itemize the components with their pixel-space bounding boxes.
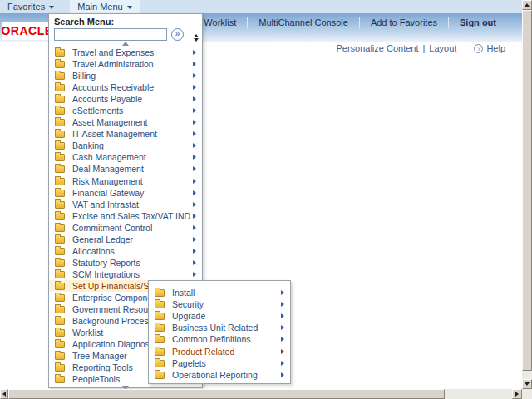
folder-icon [55, 96, 65, 103]
vertical-scrollbar-thumb[interactable] [522, 10, 532, 371]
menu-item-label: Financial Gateway [72, 188, 190, 198]
menu-item[interactable]: Statutory Reports [49, 257, 202, 268]
menu-item[interactable]: eSettlements [49, 105, 202, 116]
application-window: Favorites Main Menu Home Worklist MultiC… [0, 0, 532, 399]
folder-icon [55, 213, 65, 220]
menu-item[interactable]: Accounts Payable [49, 93, 202, 105]
submenu-arrow-icon [281, 313, 284, 318]
folder-icon [55, 72, 65, 80]
folder-icon [55, 259, 65, 267]
nav-link[interactable]: MultiChannel Console [247, 17, 359, 28]
folder-icon [155, 360, 165, 367]
search-input[interactable] [54, 28, 167, 41]
horizontal-scrollbar-thumb[interactable] [8, 389, 445, 399]
horizontal-scrollbar[interactable] [0, 389, 522, 399]
folder-icon [55, 364, 65, 372]
menu-item[interactable]: VAT and Intrastat [49, 199, 202, 210]
folder-icon [55, 107, 65, 115]
folder-icon [55, 294, 65, 302]
menu-scroll-down[interactable] [49, 385, 202, 389]
submenu-arrow-icon [193, 108, 196, 113]
main-menu-button[interactable]: Main Menu [70, 0, 139, 13]
submenu-item-label: Common Definitions [172, 334, 278, 344]
submenu-item[interactable]: Install [149, 287, 290, 298]
layout-link[interactable]: Layout [429, 43, 456, 53]
menu-item[interactable]: General Ledger [49, 234, 202, 245]
menu-item[interactable]: Asset Management [49, 116, 202, 128]
search-go-button[interactable]: » [171, 28, 184, 41]
menu-resize-handle[interactable] [194, 34, 199, 42]
chevron-down-icon [49, 6, 54, 9]
menu-item[interactable]: Risk Management [49, 175, 202, 187]
folder-icon [55, 283, 65, 290]
menu-item[interactable]: IT Asset Management [49, 128, 202, 140]
favorites-menu-button[interactable]: Favorites [0, 0, 62, 13]
folder-icon [55, 248, 65, 255]
menu-item[interactable]: Allocations [49, 245, 202, 257]
menu-item[interactable]: Commitment Control [49, 222, 202, 234]
submenu-arrow-icon [281, 302, 284, 307]
submenu-item[interactable]: Operational Reporting [149, 369, 290, 381]
menu-item[interactable]: SCM Integrations [49, 268, 202, 280]
submenu-arrow-icon [193, 190, 196, 195]
menu-item[interactable]: Excise and Sales Tax/VAT IND [49, 210, 202, 222]
menu-item-label: IT Asset Management [72, 129, 190, 139]
nav-link[interactable]: Add to Favorites [359, 17, 448, 28]
menu-item[interactable]: Travel Administration [49, 58, 202, 70]
folder-icon [155, 336, 165, 343]
folder-icon [55, 190, 65, 197]
chevron-down-icon [127, 6, 132, 9]
arrow-right-icon [515, 392, 519, 397]
arrow-left-icon [2, 392, 6, 397]
menu-item[interactable]: Deal Management [49, 163, 202, 175]
scrollbar-down-button[interactable] [522, 379, 532, 389]
folder-icon [55, 318, 65, 325]
menu-item-label: Travel Administration [72, 59, 190, 69]
menu-item-label: Asset Management [72, 117, 190, 127]
search-menu-label: Search Menu: [54, 17, 202, 27]
submenu-item[interactable]: Business Unit Related [149, 322, 290, 333]
folder-icon [155, 372, 165, 379]
scrollbar-right-button[interactable] [512, 389, 522, 399]
menu-item[interactable]: Accounts Receivable [49, 81, 202, 93]
menu-scroll-up[interactable] [49, 41, 202, 46]
folder-icon [55, 271, 65, 278]
submenu-item[interactable]: Security [149, 298, 290, 310]
scrollbar-up-button[interactable] [522, 0, 532, 10]
personalize-content-link[interactable]: Personalize Content [336, 43, 418, 53]
submenu-arrow-icon [193, 85, 196, 90]
submenu-arrow-icon [193, 225, 196, 230]
help-link[interactable]: ? Help [474, 43, 505, 53]
submenu-item-label: Business Unit Related [172, 323, 278, 332]
submenu-item[interactable]: Common Definitions [149, 333, 290, 345]
submenu-item[interactable]: Upgrade [149, 310, 290, 322]
submenu-arrow-icon [193, 179, 196, 184]
menu-item[interactable]: Travel and Expenses [49, 47, 202, 58]
menu-item-label: Travel and Expenses [72, 47, 190, 57]
submenu-arrow-icon [281, 372, 284, 377]
folder-icon [55, 154, 65, 161]
submenu-item[interactable]: Product Related [149, 345, 290, 357]
folder-icon [155, 301, 165, 308]
menu-item-label: VAT and Intrastat [72, 200, 190, 209]
header-link-divider: | [422, 43, 425, 53]
submenu-arrow-icon [193, 131, 196, 136]
scrollbar-left-button[interactable] [0, 389, 8, 399]
menu-item[interactable]: Billing [49, 70, 202, 81]
menu-item-label: Risk Management [72, 176, 190, 186]
menu-item[interactable]: Financial Gateway [49, 187, 202, 199]
folder-icon [55, 329, 65, 337]
menu-item-label: Accounts Receivable [72, 82, 190, 92]
submenu-item[interactable]: Pagelets [149, 357, 290, 369]
menu-item[interactable]: Cash Management [49, 151, 202, 163]
menu-item[interactable]: Banking [49, 140, 202, 151]
folder-icon [55, 224, 65, 232]
nav-link[interactable]: Sign out [448, 17, 507, 28]
vertical-scrollbar[interactable] [522, 0, 532, 389]
menu-item-label: Commitment Control [72, 223, 190, 233]
arrow-down-icon [525, 382, 530, 386]
menu-item-label: Cash Management [72, 152, 190, 162]
double-chevron-icon: » [175, 29, 180, 39]
submenu-arrow-icon [193, 50, 196, 55]
submenu-arrow-icon [193, 272, 196, 277]
